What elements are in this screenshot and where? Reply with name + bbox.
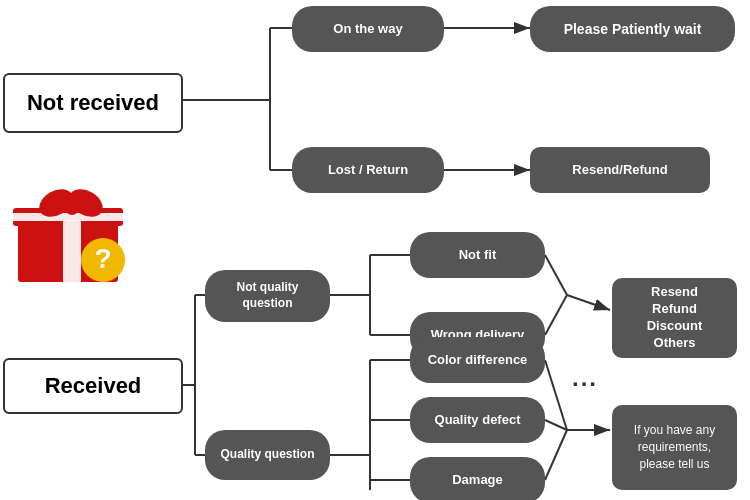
svg-line-22 [567, 295, 610, 310]
gift-icon: ? [8, 175, 138, 285]
ellipsis-dots: ··· [572, 370, 598, 398]
svg-line-23 [545, 360, 567, 430]
on-the-way-node: On the way [292, 6, 444, 52]
not-quality-question-node: Not quality question [205, 270, 330, 322]
flowchart: Not received On the way Please Patiently… [0, 0, 750, 500]
damage-node: Damage [410, 457, 545, 500]
not-fit-node: Not fit [410, 232, 545, 278]
result-options-node: Resend Refund Discount Others [612, 278, 737, 358]
svg-rect-30 [13, 213, 123, 221]
svg-point-35 [65, 201, 79, 215]
svg-line-21 [545, 295, 567, 335]
svg-line-24 [545, 420, 567, 430]
color-difference-node: Color difference [410, 337, 545, 383]
svg-text:?: ? [94, 243, 111, 274]
quality-question-node: Quality question [205, 430, 330, 480]
gift-icon-area: ? [8, 175, 138, 285]
resend-refund-node: Resend/Refund [530, 147, 710, 193]
svg-line-20 [545, 255, 567, 295]
quality-defect-node: Quality defect [410, 397, 545, 443]
svg-line-25 [545, 430, 567, 480]
received-label: Received [3, 358, 183, 414]
not-received-label: Not received [3, 73, 183, 133]
svg-rect-29 [63, 220, 81, 282]
contact-us-node: If you have any requirements, please tel… [612, 405, 737, 490]
lost-return-node: Lost / Return [292, 147, 444, 193]
please-wait-node: Please Patiently wait [530, 6, 735, 52]
